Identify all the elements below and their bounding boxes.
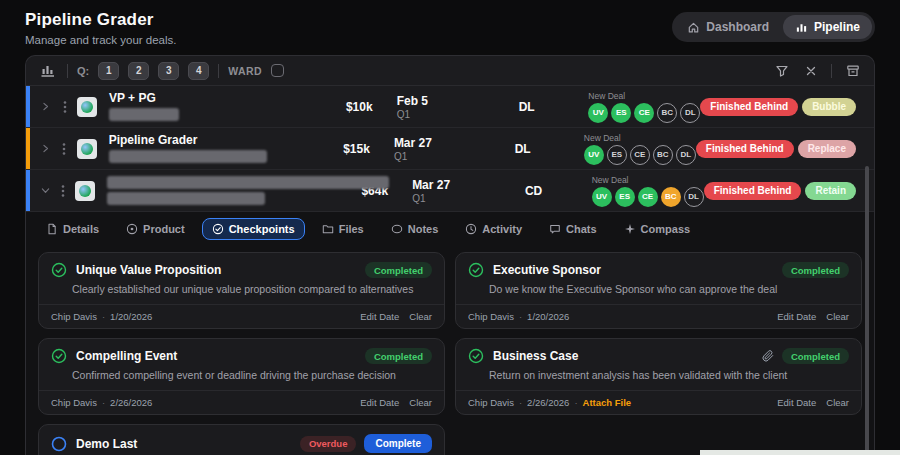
deal-app-icon — [77, 97, 97, 117]
row-menu-icon[interactable] — [58, 100, 71, 114]
tab-label: Files — [339, 223, 364, 235]
archive-button[interactable] — [844, 62, 862, 80]
checkpoint-card: Demo Last Overdue Complete Our demo was … — [38, 424, 445, 455]
checkpoint-description: Confirmed compelling event or deadline d… — [72, 368, 432, 382]
deal-row[interactable]: VP + PG $10k Feb 5 Q1 DL New Deal UV ES … — [26, 86, 874, 128]
checkpoint-badge-es: ES — [611, 103, 631, 123]
card-footer-actions: Edit Date Clear — [777, 311, 849, 322]
separator: · — [519, 397, 522, 408]
pipeline-panel: Q: 1 2 3 4 WARD VP — [25, 55, 875, 455]
toolbar-divider — [67, 64, 68, 78]
expand-chevron-icon[interactable] — [40, 143, 58, 154]
clear-link[interactable]: Clear — [826, 311, 849, 322]
dashboard-button[interactable]: Dashboard — [675, 15, 781, 39]
deal-name-cell: Pipeline Grader — [109, 134, 318, 163]
row-menu-icon[interactable] — [57, 184, 69, 198]
checkpoint-badge-dl: DL — [680, 103, 700, 123]
toolbar-divider — [218, 64, 219, 78]
redacted-text — [109, 108, 179, 121]
owner-name: Chip Davis — [51, 397, 97, 408]
deal-quarter: Q1 — [397, 109, 473, 120]
checkpoint-badge-es: ES — [615, 187, 635, 207]
edit-date-link[interactable]: Edit Date — [777, 311, 816, 322]
deal-type-label: New Deal — [588, 91, 700, 101]
deal-app-icon — [77, 139, 97, 159]
card-header: Unique Value Proposition Completed — [39, 253, 444, 280]
tab-label: Checkpoints — [229, 223, 295, 235]
card-header: Business Case Completed — [456, 339, 861, 366]
toolbar-divider — [831, 64, 832, 78]
edit-date-link[interactable]: Edit Date — [777, 397, 816, 408]
quarter-2-button[interactable]: 2 — [128, 62, 149, 80]
deal-row[interactable]: Pipeline Grader $15k Mar 27 Q1 DL New De… — [26, 128, 874, 170]
tab-activity[interactable]: Activity — [455, 218, 532, 240]
tab-files[interactable]: Files — [312, 218, 374, 240]
tab-notes[interactable]: Notes — [381, 218, 449, 240]
scrollbar-thumb[interactable] — [865, 166, 869, 454]
paperclip-icon[interactable] — [762, 350, 774, 362]
sparkle-icon — [624, 223, 636, 235]
card-header-right: Overdue Complete — [300, 434, 432, 453]
checkpoint-badge-ce: CE — [634, 103, 654, 123]
row-menu-icon[interactable] — [58, 142, 71, 156]
deal-stage: DL — [473, 100, 580, 114]
tab-checkpoints[interactable]: Checkpoints — [202, 218, 305, 240]
edit-date-link[interactable]: Edit Date — [360, 311, 399, 322]
completed-date: 1/20/2026 — [110, 311, 152, 322]
card-footer-actions: Edit Date Clear — [360, 397, 432, 408]
tab-label: Activity — [482, 223, 522, 235]
deal-date: Mar 27 — [412, 178, 483, 192]
pipeline-button[interactable]: Pipeline — [783, 15, 872, 39]
clear-link[interactable]: Clear — [409, 311, 432, 322]
separator: · — [519, 311, 522, 322]
deal-type-label: New Deal — [584, 133, 696, 143]
deal-row[interactable]: $64k Mar 27 Q1 CD New Deal UV ES CE BC D… — [26, 170, 874, 212]
tab-compass[interactable]: Compass — [614, 218, 701, 240]
quarter-3-button[interactable]: 3 — [158, 62, 179, 80]
filter-button[interactable] — [773, 62, 791, 80]
clear-filters-button[interactable] — [803, 63, 819, 79]
card-header-right: Completed — [365, 348, 432, 364]
document-icon — [46, 223, 58, 235]
collapse-chevron-icon[interactable] — [40, 185, 57, 196]
status-pills: Finished Behind Retain — [704, 182, 856, 200]
product-icon — [126, 223, 138, 235]
edit-date-link[interactable]: Edit Date — [360, 397, 399, 408]
note-bubble-icon — [391, 223, 403, 235]
checkpoint-title: Unique Value Proposition — [76, 263, 221, 277]
status-badge: Completed — [782, 262, 849, 278]
quarter-1-button[interactable]: 1 — [98, 62, 119, 80]
check-circle-icon — [51, 348, 67, 364]
tab-details[interactable]: Details — [36, 218, 109, 240]
separator: · — [574, 397, 577, 408]
quarter-4-button[interactable]: 4 — [188, 62, 209, 80]
expand-chevron-icon[interactable] — [40, 101, 58, 112]
card-header: Demo Last Overdue Complete — [39, 425, 444, 455]
deal-detail-section: Details Product Checkpoints Files Notes … — [26, 212, 874, 455]
tab-label: Product — [143, 223, 185, 235]
tab-product[interactable]: Product — [116, 218, 195, 240]
card-header: Compelling Event Completed — [39, 339, 444, 366]
clear-link[interactable]: Clear — [409, 397, 432, 408]
folder-icon — [322, 223, 334, 235]
deal-value: $10k — [320, 100, 373, 114]
card-header-right: Completed — [365, 262, 432, 278]
clear-link[interactable]: Clear — [826, 397, 849, 408]
check-circle-icon — [468, 262, 484, 278]
close-icon — [805, 65, 817, 77]
complete-button[interactable]: Complete — [364, 434, 432, 453]
checkpoint-badge-bc: BC — [657, 103, 677, 123]
checkpoint-badge-uv: UV — [588, 103, 608, 123]
deal-date: Mar 27 — [394, 136, 470, 150]
checkpoint-title: Business Case — [493, 349, 578, 363]
card-header-right: Completed — [762, 348, 849, 364]
ward-checkbox[interactable] — [271, 64, 284, 77]
chart-view-toggle[interactable] — [38, 61, 58, 80]
tab-label: Compass — [641, 223, 691, 235]
redacted-text — [109, 150, 267, 163]
attach-file-link[interactable]: Attach File — [583, 397, 632, 408]
tab-label: Chats — [566, 223, 597, 235]
tab-chats[interactable]: Chats — [539, 218, 607, 240]
card-footer-actions: Edit Date Clear — [360, 311, 432, 322]
overdue-badge: Overdue — [300, 436, 357, 452]
